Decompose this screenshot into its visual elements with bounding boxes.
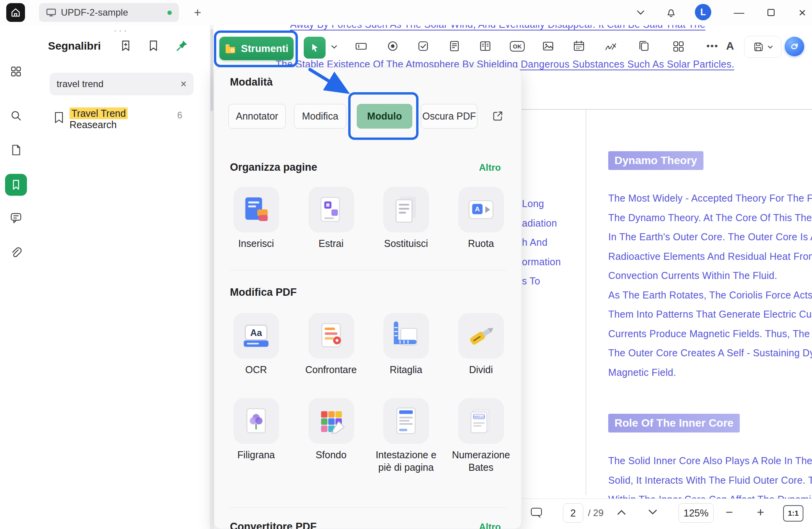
tool-tile-filigrana[interactable] <box>233 398 279 444</box>
select-tool-dropdown[interactable] <box>329 41 340 52</box>
next-page-button[interactable] <box>643 503 662 522</box>
checkbox-tool-button[interactable] <box>414 37 433 55</box>
tool-label-ritaglia: Ritaglia <box>390 363 422 376</box>
mode-oscura-pdf-button[interactable]: Oscura PDF <box>421 104 477 129</box>
add-bookmark-button[interactable] <box>119 39 132 52</box>
image-field-tool-button[interactable] <box>539 37 557 55</box>
bookmark-search[interactable]: × <box>50 73 194 95</box>
tool-label-estrai: Estrai <box>319 237 344 250</box>
tool-tile-dividi[interactable] <box>458 313 504 359</box>
bookmark-list-button[interactable] <box>147 39 160 52</box>
more-tools-button[interactable]: ••• <box>704 37 721 55</box>
paperclip-icon <box>10 247 22 259</box>
tool-tile-ruota[interactable]: A <box>458 187 504 232</box>
section-divider <box>230 270 506 270</box>
page-view-icon <box>530 507 543 518</box>
layout-grid-tool-button[interactable] <box>669 37 688 55</box>
pages-nav-button[interactable] <box>9 143 23 157</box>
document-tab[interactable]: UPDF-2-sample <box>39 3 179 22</box>
tool-tile-numerazione-bates[interactable]: 000123 <box>458 398 504 444</box>
confrontare-icon <box>314 319 348 353</box>
monitor-icon <box>46 8 56 17</box>
close-button[interactable]: × <box>794 4 811 21</box>
search-nav-button[interactable] <box>9 109 23 123</box>
ritaglia-icon <box>389 319 423 353</box>
date-field-tool-button[interactable] <box>570 37 588 55</box>
mode-modifica-button[interactable]: Modifica <box>294 104 346 129</box>
section-divider <box>230 508 506 508</box>
new-tab-button[interactable]: + <box>190 5 205 20</box>
chevron-up-icon <box>617 509 626 515</box>
avatar[interactable]: L <box>695 4 711 20</box>
copy-icon <box>637 39 650 53</box>
maximize-icon <box>767 9 775 16</box>
bookmark-list-item[interactable]: Travel Trend Reasearch 6 <box>45 108 205 130</box>
tool-tile-intestazione[interactable] <box>383 398 429 444</box>
convertitore-altro-link[interactable]: Altro <box>479 522 501 529</box>
zoom-in-button[interactable]: + <box>751 503 770 522</box>
signature-icon <box>604 39 618 53</box>
signature-tool-button[interactable] <box>602 37 620 55</box>
mode-annotator-button[interactable]: Annotator <box>228 104 286 129</box>
minimize-button[interactable]: — <box>730 4 748 21</box>
apps-grid-button[interactable] <box>9 64 23 79</box>
combo-field-tool-button[interactable] <box>476 37 495 55</box>
panel-title: Segnalibri <box>48 40 101 52</box>
ocr-icon: Aa <box>239 319 273 353</box>
page-view-mode-button[interactable] <box>527 503 546 522</box>
tool-tile-confrontare[interactable] <box>308 313 354 359</box>
pin-button[interactable] <box>175 39 189 52</box>
panel-scrollbar[interactable] <box>210 25 214 529</box>
tool-tile-ocr[interactable]: Aa <box>233 313 279 359</box>
panel-scrollbar-thumb[interactable] <box>210 29 213 111</box>
apps-grid-icon <box>10 65 22 78</box>
tabs-dropdown-button[interactable] <box>632 4 649 21</box>
bookmark-title-highlighted: Travel Trend <box>69 107 128 119</box>
clear-search-icon[interactable]: × <box>180 78 187 90</box>
ok-stamp-tool-button[interactable]: OK <box>508 37 527 55</box>
search-input[interactable] <box>57 79 170 89</box>
chevron-down-icon <box>331 45 337 49</box>
radio-button-tool-button[interactable] <box>383 37 402 55</box>
tool-tile-sfondo[interactable] <box>308 398 354 444</box>
attachments-nav-button[interactable] <box>9 246 23 260</box>
modulo-highlight-box <box>348 92 418 140</box>
tool-label-ruota: Ruota <box>468 237 494 250</box>
zoom-level-box[interactable]: 125% <box>678 503 714 523</box>
app-window: Away By Forces Such As The Solar Wind, A… <box>0 0 812 529</box>
open-in-new-window-button[interactable] <box>489 107 506 125</box>
page-number-input[interactable]: 2 <box>563 503 583 523</box>
tool-tile-estrai[interactable] <box>308 187 354 232</box>
numerazione-bates-icon: 000123 <box>464 404 498 438</box>
bookmark-outline-icon <box>147 39 160 52</box>
actual-size-button[interactable]: 1:1 <box>783 505 803 522</box>
section-title-organizza: Organizza pagine <box>230 161 317 173</box>
text-style-button[interactable]: A <box>721 37 739 55</box>
tool-tile-sostituisci[interactable] <box>383 187 429 232</box>
note-list-icon <box>448 39 461 53</box>
tool-tile-inserisci[interactable] <box>233 187 279 232</box>
zoom-out-button[interactable]: − <box>720 503 739 522</box>
chevron-down-icon <box>767 45 773 49</box>
doc-heading-inner-core: Role Of The Inner Core <box>608 414 740 432</box>
tool-tile-ritaglia[interactable] <box>383 313 429 359</box>
strumenti-highlight-box <box>214 30 298 67</box>
bookmark-title-rest: Reasearch <box>69 119 117 130</box>
save-split-button[interactable] <box>744 36 782 58</box>
bookmarks-nav-button[interactable] <box>5 174 27 196</box>
list-field-tool-button[interactable] <box>445 37 464 55</box>
organizza-altro-link[interactable]: Altro <box>479 162 501 173</box>
copy-fields-tool-button[interactable] <box>634 37 653 55</box>
select-tool-button[interactable] <box>304 37 326 59</box>
ok-stamp-icon: OK <box>510 41 525 52</box>
ai-sync-icon <box>789 41 800 52</box>
text-field-tool-button[interactable] <box>352 37 370 55</box>
home-button[interactable] <box>6 3 25 22</box>
doc-body-dynamo: The Most Widely - Accepted Theory For Th… <box>608 189 812 382</box>
tool-label-dividi: Dividi <box>469 363 493 376</box>
maximize-button[interactable] <box>762 4 780 21</box>
comments-nav-button[interactable] <box>9 211 23 225</box>
ai-assistant-button[interactable] <box>785 37 804 56</box>
notifications-button[interactable] <box>662 4 680 21</box>
previous-page-button[interactable] <box>612 503 631 522</box>
